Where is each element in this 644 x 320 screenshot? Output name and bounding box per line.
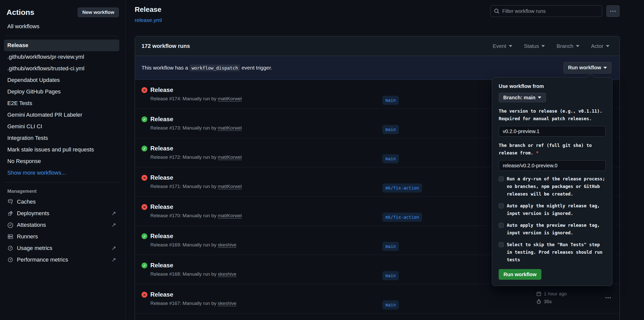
branch-chip[interactable]: mk/fix-action — [382, 183, 422, 193]
checkbox-label: Auto apply the preview release tag, inpu… — [507, 221, 606, 237]
sidebar-item-management[interactable]: Performance metrics↗ — [4, 254, 119, 266]
sidebar-item-all-workflows[interactable]: All workflows — [4, 21, 119, 32]
run-description-text: Release #173: Manually run by — [150, 125, 218, 131]
sidebar-item-workflow[interactable]: Dependabot Updates — [4, 74, 119, 86]
run-description: Release #169: Manually run by skeshive — [150, 242, 236, 248]
run-actor-link[interactable]: mattKorwel — [218, 213, 242, 218]
run-actor-link[interactable]: mattKorwel — [218, 96, 242, 101]
run-info: ReleaseRelease #168: Manually run by ske… — [150, 262, 236, 277]
sidebar-item-workflow[interactable]: E2E Tests — [4, 98, 119, 109]
ref-input[interactable] — [499, 160, 606, 171]
run-title-link[interactable]: Release — [150, 291, 173, 298]
run-actor-link[interactable]: skeshive — [218, 301, 236, 306]
required-asterisk: * — [536, 150, 539, 155]
branch-chip[interactable]: main — [382, 154, 399, 163]
filter-label: Status — [524, 43, 539, 49]
run-title-link[interactable]: Release — [150, 203, 173, 211]
run-description-text: Release #169: Manually run by — [150, 242, 218, 247]
run-title-link[interactable]: Release — [150, 115, 173, 123]
filter-event[interactable]: Event — [493, 43, 512, 49]
sidebar-item-workflow[interactable]: Deploy GitHub Pages — [4, 86, 119, 98]
filter-workflow-runs-input[interactable] — [490, 5, 602, 17]
chevron-down-icon — [509, 45, 512, 47]
run-info: ReleaseRelease #170: Manually run by mat… — [150, 203, 242, 219]
sidebar-item-workflow[interactable]: .github/workflows/pr-review.yml — [4, 51, 119, 63]
branch-select-button[interactable]: Branch: main — [499, 93, 546, 102]
new-workflow-button[interactable]: New workflow — [78, 8, 119, 17]
filter-status[interactable]: Status — [524, 43, 545, 49]
branch-chip[interactable]: main — [382, 271, 399, 280]
sidebar-item-workflow[interactable]: Release — [4, 40, 119, 51]
workflow-dispatch-banner: This workflow has aworkflow_dispatcheven… — [135, 56, 620, 80]
sidebar-item-management[interactable]: Runners — [4, 231, 119, 242]
workflow-nav: All workflows Release.github/workflows/p… — [0, 20, 125, 266]
sidebar-item-workflow[interactable]: No Response — [4, 155, 119, 167]
checkbox-input[interactable] — [499, 242, 504, 247]
checkbox-input[interactable] — [499, 203, 504, 208]
failure-icon: ✕ — [142, 175, 147, 181]
page-kebab-menu-button[interactable]: ⋯ — [606, 5, 620, 17]
meter-icon — [7, 257, 13, 263]
checkbox-label: Select to skip the "Run Tests" step in t… — [507, 241, 606, 264]
success-icon: ✓ — [142, 116, 147, 122]
sidebar-item-workflow[interactable]: Gemini CLI CI — [4, 121, 119, 132]
chevron-down-icon — [541, 45, 545, 47]
branch-chip[interactable]: main — [382, 300, 399, 309]
run-workflow-dropdown-button[interactable]: Run workflow — [564, 62, 611, 74]
actions-page: Actions New workflow All workflows Relea… — [0, 0, 644, 320]
management-item-label: Usage metrics — [17, 245, 52, 251]
run-title-link[interactable]: Release — [150, 174, 173, 181]
run-title-link[interactable]: Release — [150, 232, 173, 240]
filter-branch[interactable]: Branch — [556, 43, 579, 49]
success-icon: ✓ — [142, 263, 147, 268]
run-actor-link[interactable]: mattKorwel — [218, 184, 242, 189]
sidebar-item-workflow[interactable]: Gemini Automated PR Labeler — [4, 109, 119, 121]
run-actor-link[interactable]: skeshive — [218, 271, 236, 277]
branch-chip[interactable]: mk/fix-action — [382, 213, 422, 222]
management-list: CachesDeployments↗Attestations↗RunnersUs… — [4, 196, 119, 266]
popover-title: Use workflow from — [499, 83, 606, 89]
branch-chip[interactable]: main — [382, 96, 399, 105]
sidebar-item-management[interactable]: Caches — [4, 196, 119, 208]
branch-chip[interactable]: main — [382, 242, 399, 251]
stopwatch-icon — [536, 299, 542, 304]
run-kebab-menu-button[interactable]: ⋯ — [605, 294, 612, 302]
checkbox-input[interactable] — [499, 176, 504, 181]
management-item-label: Deployments — [17, 210, 49, 217]
popover-checkbox-row: Auto apply the preview release tag, inpu… — [499, 221, 606, 237]
verified-icon — [7, 222, 13, 228]
chevron-down-icon — [606, 45, 609, 47]
workflow-file-link[interactable]: release.yml — [135, 17, 162, 23]
sidebar-item-workflow[interactable]: .github/workflows/trusted-ci.yml — [4, 63, 119, 74]
sidebar-item-management[interactable]: Deployments↗ — [4, 208, 119, 219]
version-input[interactable] — [499, 126, 606, 137]
workflow-run-row: ✕ReleaseRelease #167: Manually run by sk… — [135, 284, 620, 313]
banner-text: This workflow has aworkflow_dispatcheven… — [142, 65, 272, 71]
ref-input-description: The branch or ref (full git sha) to rele… — [499, 142, 606, 157]
run-description: Release #170: Manually run by mattKorwel — [150, 212, 242, 219]
management-item-label: Performance metrics — [17, 257, 68, 263]
run-actor-link[interactable]: mattKorwel — [218, 154, 242, 160]
run-actor-link[interactable]: mattKorwel — [218, 125, 242, 131]
sidebar-item-workflow[interactable]: Mark stale issues and pull requests — [4, 144, 119, 155]
run-description-text: Release #167: Manually run by — [150, 301, 218, 306]
workflow-runs-count: 172 workflow runs — [142, 43, 190, 49]
chevron-down-icon — [576, 45, 579, 47]
checkbox-input[interactable] — [499, 223, 504, 228]
run-workflow-submit-button[interactable]: Run workflow — [499, 269, 541, 280]
workflow-list: Release.github/workflows/pr-review.yml.g… — [4, 40, 119, 167]
run-title-link[interactable]: Release — [150, 262, 173, 269]
sidebar-item-management[interactable]: Usage metrics↗ — [4, 242, 119, 254]
run-title-link[interactable]: Release — [150, 86, 173, 94]
show-more-workflows-link[interactable]: Show more workflows... — [4, 167, 119, 179]
run-actor-link[interactable]: skeshive — [218, 242, 236, 247]
meter-icon — [7, 245, 13, 251]
popover-checkbox-row: Run a dry-run of the release process; no… — [499, 175, 606, 198]
external-link-icon: ↗ — [111, 257, 116, 263]
sidebar-item-workflow[interactable]: Integration Tests — [4, 132, 119, 144]
filter-actor[interactable]: Actor — [591, 43, 609, 49]
branch-chip[interactable]: main — [382, 125, 399, 134]
search-icon — [494, 8, 500, 14]
sidebar-item-management[interactable]: Attestations↗ — [4, 219, 119, 231]
run-title-link[interactable]: Release — [150, 145, 173, 152]
